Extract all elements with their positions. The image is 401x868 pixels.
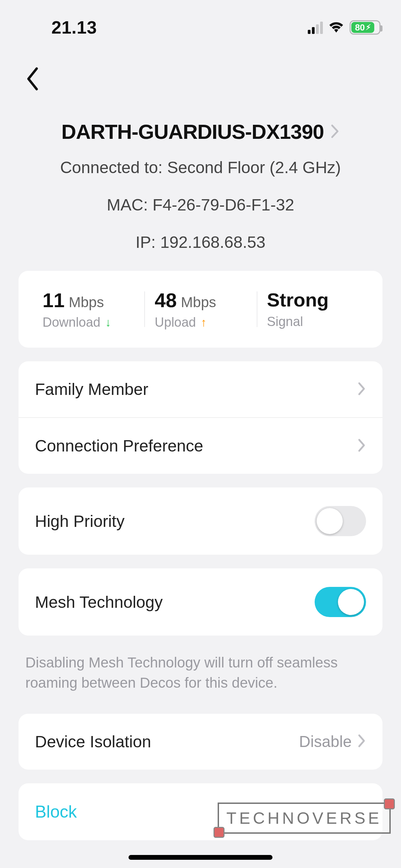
device-title-row[interactable]: DARTH-GUARDIUS-DX1390 xyxy=(61,120,340,144)
cellular-icon xyxy=(308,21,323,34)
upload-label: Upload xyxy=(155,315,196,330)
chevron-right-icon xyxy=(331,124,340,140)
download-label: Download xyxy=(42,315,100,330)
status-right: 80⚡︎ xyxy=(308,20,380,35)
settings-card-1: Family Member Connection Preference xyxy=(19,361,382,474)
device-name: DARTH-GUARDIUS-DX1390 xyxy=(61,120,324,144)
signal-value: Strong xyxy=(267,289,359,311)
download-unit: Mbps xyxy=(69,294,104,311)
device-isolation-row[interactable]: Device Isolation Disable xyxy=(19,714,382,770)
device-isolation-value: Disable xyxy=(299,732,352,751)
device-isolation-card: Device Isolation Disable xyxy=(19,714,382,770)
chevron-right-icon xyxy=(358,734,366,749)
mesh-footnote: Disabling Mesh Technology will turn off … xyxy=(19,649,382,714)
download-stat: 11 Mbps Download ↓ xyxy=(32,289,144,330)
chevron-right-icon xyxy=(358,382,366,397)
high-priority-toggle[interactable] xyxy=(315,506,366,536)
device-connected-to: Connected to: Second Floor (2.4 GHz) xyxy=(21,155,380,181)
watermark: TECHNOVERSE xyxy=(218,803,391,834)
back-button[interactable] xyxy=(19,65,46,93)
upload-value: 48 xyxy=(155,289,177,312)
mesh-label: Mesh Technology xyxy=(35,593,163,612)
upload-arrow-icon: ↑ xyxy=(201,316,207,329)
high-priority-row: High Priority xyxy=(19,487,382,555)
stats-card: 11 Mbps Download ↓ 48 Mbps Upload ↑ Stro… xyxy=(19,271,382,348)
device-ip: IP: 192.168.68.53 xyxy=(21,229,380,256)
download-arrow-icon: ↓ xyxy=(105,316,111,329)
signal-label: Signal xyxy=(267,314,359,329)
block-button[interactable]: Block xyxy=(35,802,77,822)
upload-unit: Mbps xyxy=(181,294,216,311)
high-priority-card: High Priority xyxy=(19,487,382,555)
connection-preference-row[interactable]: Connection Preference xyxy=(19,417,382,474)
home-indicator[interactable] xyxy=(129,855,272,860)
high-priority-label: High Priority xyxy=(35,512,124,531)
family-member-label: Family Member xyxy=(35,380,148,399)
connection-preference-label: Connection Preference xyxy=(35,436,203,455)
status-bar: 21.13 80⚡︎ xyxy=(0,0,401,55)
battery-icon: 80⚡︎ xyxy=(350,20,380,35)
download-value: 11 xyxy=(42,289,65,312)
charging-icon: ⚡︎ xyxy=(366,23,371,32)
battery-pct: 80 xyxy=(355,22,365,33)
wifi-icon xyxy=(328,20,345,35)
signal-stat: Strong Signal xyxy=(257,289,369,330)
family-member-row[interactable]: Family Member xyxy=(19,361,382,417)
device-isolation-label: Device Isolation xyxy=(35,732,151,751)
device-mac: MAC: F4-26-79-D6-F1-32 xyxy=(21,192,380,218)
upload-stat: 48 Mbps Upload ↑ xyxy=(144,289,256,330)
mesh-toggle[interactable] xyxy=(315,587,366,617)
chevron-right-icon xyxy=(358,438,366,454)
status-time: 21.13 xyxy=(51,17,97,38)
mesh-row: Mesh Technology xyxy=(19,568,382,636)
device-header: DARTH-GUARDIUS-DX1390 Connected to: Seco… xyxy=(0,120,401,255)
mesh-card: Mesh Technology xyxy=(19,568,382,636)
